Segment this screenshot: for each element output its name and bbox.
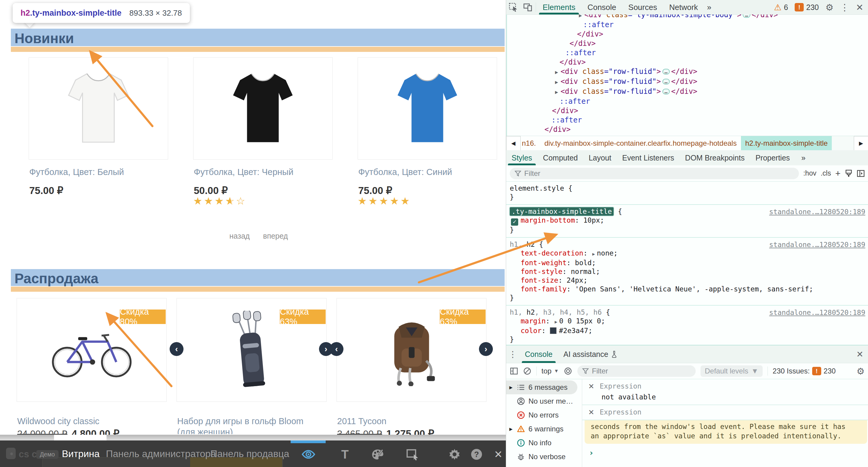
style-property[interactable]: font-weight: bold; xyxy=(510,259,865,267)
styles-tab-dom-breakpoints[interactable]: DOM Breakpoints xyxy=(680,150,750,165)
devtools-settings-icon[interactable]: ⚙ xyxy=(826,2,834,13)
dom-tree-node[interactable]: ▶<div class="row-fluid">…</div> xyxy=(507,67,868,77)
stylesheet-link[interactable]: standalone.…1280520:189 xyxy=(769,207,866,216)
select-block-icon[interactable] xyxy=(406,448,419,461)
styles-filter-input[interactable]: Filter xyxy=(510,168,799,179)
warnings-count[interactable]: ⚠6 xyxy=(774,2,788,12)
styles-tab-event-listeners[interactable]: Event Listeners xyxy=(617,150,680,165)
next-link[interactable]: вперед xyxy=(263,232,288,240)
expand-arrow-icon[interactable]: ▶ xyxy=(579,14,582,19)
style-property[interactable]: color: #2e3a47; xyxy=(510,326,865,335)
product-name[interactable]: 2011 Tycoon xyxy=(337,416,473,427)
dom-tree-node[interactable]: ▶<div class="ty-mainbox-simple-body">…</… xyxy=(507,14,868,20)
sidebar-position-icon[interactable] xyxy=(857,170,865,177)
more-style-tabs-icon[interactable]: » xyxy=(796,150,811,165)
dom-tree-node[interactable]: ▶<div class="row-fluid">…</div> xyxy=(507,77,868,87)
dom-tree-node[interactable]: </div> xyxy=(507,39,868,48)
console-sidebar-item[interactable]: No user messages xyxy=(506,394,582,408)
dom-tree-node[interactable]: ▶<div class="row-fluid">…</div> xyxy=(507,87,868,97)
dom-tree-node[interactable]: </div> xyxy=(507,106,868,115)
styles-tab-computed[interactable]: Computed xyxy=(537,150,583,165)
inspect-element-icon[interactable] xyxy=(506,0,521,14)
log-levels-dropdown[interactable]: Default levels▼ xyxy=(701,365,763,377)
stylesheet-link[interactable]: standalone.…1280520:189 xyxy=(769,240,866,249)
console-sidebar-item[interactable]: No verbose xyxy=(506,450,582,464)
drawer-tab-console[interactable]: Console xyxy=(519,345,558,363)
style-property[interactable]: text-decoration: ▶none; xyxy=(510,249,865,259)
console-filter-input[interactable]: Filter xyxy=(577,365,696,377)
style-property[interactable]: font-family: 'Open Sans', 'Helvetica Neu… xyxy=(510,285,865,294)
stylesheet-link[interactable]: standalone.…1280520:189 xyxy=(769,308,866,317)
prev-link[interactable]: назад xyxy=(229,232,250,240)
color-swatch-icon[interactable] xyxy=(550,327,557,334)
product-name[interactable]: Футболка, Цвет: Синий xyxy=(358,167,500,177)
console-sidebar-item[interactable]: No info xyxy=(506,436,582,450)
devtools-close-icon[interactable]: ✕ xyxy=(856,2,864,13)
styles-tab-layout[interactable]: Layout xyxy=(583,150,617,165)
style-property[interactable]: ✓margin-bottom: 10px; xyxy=(510,216,865,226)
theme-palette-icon[interactable] xyxy=(372,448,385,461)
expand-arrow-icon[interactable]: ▶ xyxy=(555,69,558,75)
console-prompt[interactable]: › xyxy=(582,444,868,457)
breadcrumb-item[interactable]: h2.ty-mainbox-simple-title xyxy=(741,136,832,151)
dom-tree-node[interactable]: </div> xyxy=(507,58,868,67)
console-sidebar-item[interactable]: ▶6 warnings xyxy=(506,422,582,436)
style-property[interactable]: font-size: 24px; xyxy=(510,276,865,285)
tab-sources[interactable]: Sources xyxy=(622,0,663,14)
product-image-card[interactable] xyxy=(358,57,497,160)
text-tool-icon[interactable]: T xyxy=(338,448,351,461)
drawer-close-icon[interactable]: ✕ xyxy=(851,345,868,363)
rule-selector[interactable]: element.style { xyxy=(510,184,865,193)
dom-tree-node[interactable]: ::after xyxy=(507,97,868,106)
new-style-rule-icon[interactable]: + xyxy=(835,168,840,178)
console-sidebar-toggle-icon[interactable] xyxy=(510,367,518,375)
drawer-menu-icon[interactable]: ⋮ xyxy=(506,345,519,363)
dom-tree-node[interactable]: </div> xyxy=(507,125,868,134)
dismiss-message-icon[interactable]: ✕ xyxy=(588,408,594,416)
console-sidebar-item[interactable]: ▶6 messages xyxy=(506,380,577,394)
dom-tree-node[interactable]: ::after xyxy=(507,48,868,58)
carousel-next-arrow[interactable]: › xyxy=(479,342,493,356)
sidebar-expand-icon[interactable]: ▶ xyxy=(508,427,514,431)
device-toolbar-icon[interactable] xyxy=(521,0,535,14)
breadcrumb-item[interactable]: div.ty-mainbox-simple-container.clearfix… xyxy=(540,136,741,151)
expand-arrow-icon[interactable]: ▶ xyxy=(555,79,558,85)
console-sidebar-item[interactable]: No errors xyxy=(506,408,582,422)
carousel-prev-arrow[interactable]: ‹ xyxy=(169,342,184,356)
product-name[interactable]: Wildwood city classic xyxy=(17,416,153,427)
dom-tree-node[interactable]: ::after xyxy=(507,115,868,125)
devtools-menu-icon[interactable]: ⋮ xyxy=(840,2,849,13)
styles-tab-properties[interactable]: Properties xyxy=(750,150,795,165)
expand-ellipsis-icon[interactable]: … xyxy=(662,69,670,74)
toolbar-nav-1[interactable]: Витрина xyxy=(62,440,100,467)
more-tabs-icon[interactable]: » xyxy=(704,0,714,14)
product-name[interactable]: Футболка, Цвет: Черный xyxy=(194,167,336,177)
toolbar-nav-3[interactable]: Панель продавца xyxy=(210,440,289,467)
breadcrumb-forward-icon[interactable]: ▶ xyxy=(854,136,868,151)
expand-arrow-icon[interactable]: ▶ xyxy=(555,89,558,95)
expand-value-icon[interactable]: ▶ xyxy=(555,319,557,325)
carousel-prev-arrow[interactable]: ‹ xyxy=(330,342,343,356)
console-eye-icon[interactable] xyxy=(563,367,572,375)
rendering-brush-icon[interactable] xyxy=(845,170,852,177)
expand-ellipsis-icon[interactable]: … xyxy=(662,89,670,94)
clear-console-icon[interactable] xyxy=(523,367,531,375)
toggle-hover-state[interactable]: :hov xyxy=(803,169,816,177)
breadcrumb-item[interactable]: n16. xyxy=(521,136,540,151)
style-property[interactable]: font-style: normal; xyxy=(510,267,865,276)
product-image-card[interactable] xyxy=(29,57,168,160)
context-selector[interactable]: top▼ xyxy=(541,367,559,375)
expand-ellipsis-icon[interactable]: … xyxy=(743,14,750,18)
close-toolbar-icon[interactable]: ✕ xyxy=(492,448,505,461)
console-message[interactable]: ✕Expression xyxy=(582,405,868,420)
property-checkbox-icon[interactable]: ✓ xyxy=(511,219,518,226)
expand-value-icon[interactable]: ▶ xyxy=(592,251,595,257)
product-image-card[interactable] xyxy=(193,57,333,160)
dom-tree-node[interactable]: ::after xyxy=(507,20,868,30)
sidebar-expand-icon[interactable]: ▶ xyxy=(508,385,514,390)
console-warning-message[interactable]: seconds from the window's load event. Pl… xyxy=(582,420,868,444)
preview-eye-icon[interactable] xyxy=(302,448,315,461)
help-icon[interactable]: ? xyxy=(470,448,483,461)
settings-gear-icon[interactable] xyxy=(448,448,461,461)
drawer-tab-ai-assistance[interactable]: AI assistance xyxy=(558,345,623,363)
